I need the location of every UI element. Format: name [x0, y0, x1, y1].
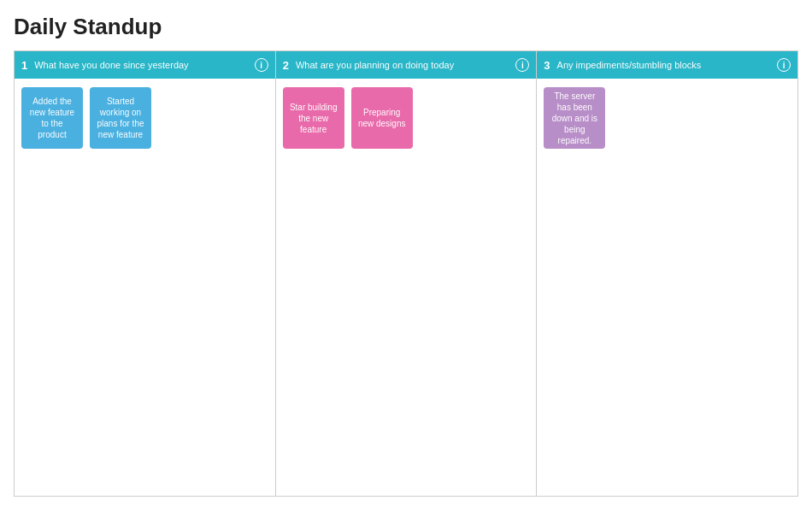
card-3-1[interactable]: The server has been down and is being re…: [544, 87, 605, 149]
column-title-3: Any impediments/stumbling blocks: [557, 60, 772, 70]
column-title-1: What have you done since yesterday: [34, 60, 249, 70]
card-2-2[interactable]: Preparing new designs: [351, 87, 413, 149]
column-body-1: Added the new feature to the productStar…: [15, 79, 275, 496]
column-body-2: Star building the new featurePreparing n…: [276, 79, 537, 496]
column-num-2: 2: [283, 59, 289, 72]
info-icon-1[interactable]: i: [255, 58, 268, 72]
page-title: Daily Standup: [14, 14, 798, 40]
card-1-1[interactable]: Added the new feature to the product: [21, 87, 83, 149]
column-2: 2What are you planning on doing todayiSt…: [276, 51, 538, 496]
column-num-3: 3: [544, 59, 550, 72]
info-icon-3[interactable]: i: [777, 58, 791, 72]
board: 1What have you done since yesterdayiAdde…: [14, 50, 798, 497]
column-body-3: The server has been down and is being re…: [537, 79, 797, 496]
card-2-1[interactable]: Star building the new feature: [283, 87, 344, 149]
column-num-1: 1: [21, 59, 27, 72]
column-1: 1What have you done since yesterdayiAdde…: [15, 51, 276, 496]
column-header-2: 2What are you planning on doing todayi: [276, 51, 537, 79]
column-header-3: 3Any impediments/stumbling blocksi: [537, 51, 797, 79]
column-3: 3Any impediments/stumbling blocksiThe se…: [537, 51, 797, 496]
column-title-2: What are you planning on doing today: [296, 60, 510, 70]
card-1-2[interactable]: Started working on plans for the new fea…: [90, 87, 151, 149]
info-icon-2[interactable]: i: [515, 58, 529, 72]
column-header-1: 1What have you done since yesterdayi: [15, 51, 275, 79]
